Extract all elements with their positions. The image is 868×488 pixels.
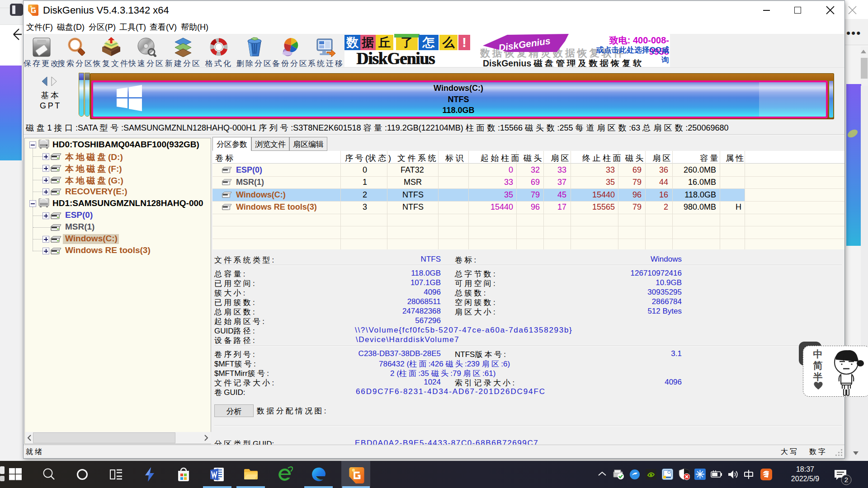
svg-text:2: 2 — [844, 476, 848, 483]
